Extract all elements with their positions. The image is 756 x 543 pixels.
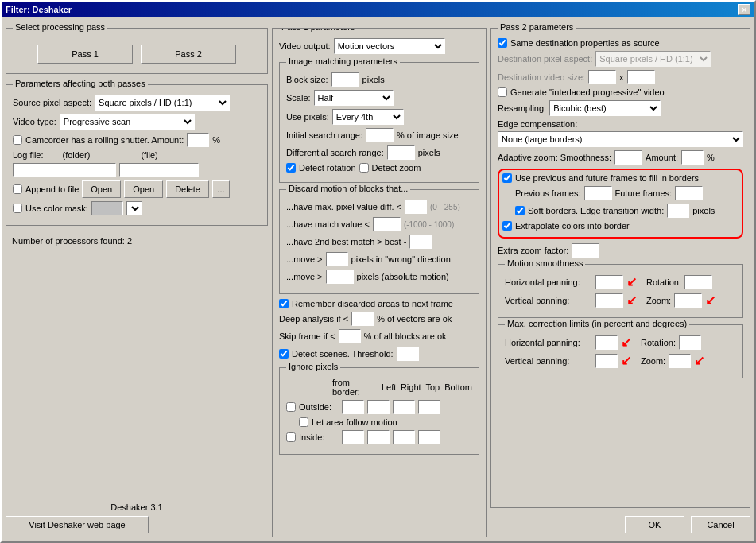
skip-frame-input[interactable]: 8 <box>339 329 361 343</box>
same-dest-checkbox[interactable] <box>498 38 507 48</box>
best-match-input[interactable]: 4 <box>409 235 432 249</box>
log-path-input[interactable]: C:\Documents and Settings\M <box>13 163 116 177</box>
dots-button[interactable]: ... <box>212 180 230 198</box>
vert-pan-input[interactable]: 500 <box>595 293 623 308</box>
move-abs-input[interactable]: 1000 <box>326 270 354 284</box>
max-pixel-input[interactable]: 20 <box>405 200 427 214</box>
num-processors-label: Number of processors found: 2 <box>12 236 132 246</box>
pass1-group: Pass 1 parameters Video output: Motion v… <box>272 28 487 537</box>
pass1-button[interactable]: Pass 1 <box>37 45 133 64</box>
same-dest-row: Same destination properties as source <box>498 38 743 48</box>
remember-checkbox[interactable] <box>279 299 289 308</box>
delete-button[interactable]: Delete <box>166 180 209 198</box>
open2-button[interactable]: Open <box>124 180 163 198</box>
match-value-range: (-1000 - 1000) <box>404 220 454 229</box>
both-passes-label: Parameters affecting both passes <box>13 79 148 88</box>
bottom-buttons: OK Cancel <box>490 512 750 537</box>
same-dest-label: Same destination properties as source <box>510 38 660 48</box>
detect-scenes-checkbox[interactable] <box>279 349 289 359</box>
inside-label: Inside: <box>299 432 339 442</box>
resampling-select[interactable]: Bicubic (best) <box>549 100 661 116</box>
max-vert-input[interactable]: 5 <box>595 354 618 368</box>
soft-borders-input[interactable]: 10 <box>667 204 689 218</box>
dest-pixel-select[interactable]: Square pixels / HD (1:1) <box>595 51 711 67</box>
extra-zoom-input[interactable]: 1 <box>572 243 599 258</box>
close-button[interactable]: ✕ <box>738 4 750 15</box>
max-horiz-input[interactable]: 5 <box>595 335 618 350</box>
color-mask-checkbox[interactable] <box>13 204 22 213</box>
max-horiz-label: Horizontal panning: <box>505 338 592 347</box>
deep-analysis-input[interactable]: 0 <box>351 312 374 326</box>
let-area-checkbox[interactable] <box>299 417 308 427</box>
inside-right-input[interactable]: 0 <box>367 430 390 444</box>
pass2-button[interactable]: Pass 2 <box>141 45 236 64</box>
prev-frames-input[interactable]: 30 <box>584 186 612 200</box>
dest-width-input[interactable]: 640 <box>588 70 616 84</box>
initial-search-input[interactable]: 30 <box>366 128 394 142</box>
append-checkbox[interactable] <box>13 184 22 194</box>
camcorder-checkbox[interactable] <box>13 135 22 145</box>
use-prev-future-checkbox[interactable] <box>502 173 512 183</box>
inside-top-input[interactable]: 0 <box>393 430 415 444</box>
detect-rotation-checkbox[interactable] <box>286 163 296 173</box>
num-processors-row: Number of processors found: 2 <box>12 236 268 246</box>
outside-bottom-input[interactable]: 0 <box>418 400 440 414</box>
cancel-button[interactable]: Cancel <box>691 516 750 533</box>
outside-right-input[interactable]: 0 <box>367 400 390 414</box>
adaptive-amount-input[interactable]: 100 <box>681 150 704 165</box>
diff-search-input[interactable]: 4 <box>387 145 415 160</box>
log-filename-input[interactable]: Deshaker.log <box>119 163 199 177</box>
horiz-pan-input[interactable]: 500 <box>595 275 623 289</box>
soft-borders-checkbox[interactable] <box>515 206 525 215</box>
video-output-select[interactable]: Motion vectors <box>334 38 445 54</box>
diff-search-label: Differential search range: <box>286 148 384 157</box>
zoom-input[interactable]: 5 <box>674 293 702 308</box>
inside-left-input[interactable]: 0 <box>342 430 364 444</box>
image-matching-label: Image matching parameters <box>286 56 400 66</box>
rotation-input[interactable]: 50 <box>684 275 712 289</box>
visit-button[interactable]: Visit Deshaker web page <box>6 516 149 533</box>
move-wrong-row: ...move > 4 pixels in "wrong" direction <box>286 252 472 266</box>
scale-select[interactable]: Half <box>314 90 394 106</box>
log-file-label: Log file: <box>13 150 44 160</box>
outside-top-input[interactable]: 0 <box>393 400 415 414</box>
use-pixels-select[interactable]: Every 4th <box>332 109 404 125</box>
block-size-input[interactable]: 30 <box>331 72 359 87</box>
extrapolate-checkbox[interactable] <box>502 221 512 231</box>
resampling-row: Resampling: Bicubic (best) <box>498 100 743 116</box>
detect-zoom-checkbox[interactable] <box>359 163 369 173</box>
source-pixel-select[interactable]: Square pixels / HD (1:1) <box>95 95 230 111</box>
outside-checkbox[interactable] <box>286 402 296 412</box>
video-output-label: Video output: <box>279 41 331 51</box>
edge-comp-select[interactable]: None (large borders) <box>498 131 743 147</box>
soft-borders-label: Soft borders. Edge transition width: <box>528 206 664 215</box>
move-abs-text: pixels (absolute motion) <box>357 272 449 281</box>
use-prev-future-box: Use previous and future frames to fill i… <box>498 169 743 239</box>
color-mask-input[interactable] <box>91 201 123 215</box>
title-bar: Filter: Deshaker ✕ <box>2 2 754 17</box>
camcorder-amount-input[interactable]: 88 <box>187 133 209 147</box>
adaptive-smooth-input[interactable]: 5000 <box>614 150 642 165</box>
max-vert-arrow: ↙ <box>621 353 631 368</box>
generate-checkbox[interactable] <box>498 87 507 97</box>
max-zoom-arrow: ↙ <box>694 353 704 368</box>
match-value-input[interactable]: 300 <box>373 217 401 231</box>
ok-button[interactable]: OK <box>625 516 684 533</box>
middle-column: Pass 1 parameters Video output: Motion v… <box>272 21 487 537</box>
move-wrong-input[interactable]: 4 <box>326 252 348 266</box>
video-type-select[interactable]: Progressive scan <box>60 114 195 130</box>
max-zoom-input[interactable]: 1 <box>669 354 691 368</box>
ignore-pixels-label: Ignore pixels <box>286 362 340 371</box>
detect-scenes-row: Detect scenes. Threshold: 20 <box>279 347 479 361</box>
window-title: Filter: Deshaker <box>6 5 72 14</box>
future-frames-input[interactable]: 30 <box>675 186 703 200</box>
open1-button[interactable]: Open <box>82 180 121 198</box>
dest-height-input[interactable]: 480 <box>627 70 655 84</box>
max-rotation-input[interactable]: 3 <box>679 335 701 350</box>
inside-checkbox[interactable] <box>286 432 296 442</box>
inside-bottom-input[interactable]: 0 <box>418 430 440 444</box>
detect-scenes-input[interactable]: 20 <box>397 347 419 361</box>
outside-left-input[interactable]: 0 <box>342 400 364 414</box>
color-mask-select[interactable] <box>126 201 142 215</box>
video-output-row: Video output: Motion vectors <box>279 38 479 54</box>
